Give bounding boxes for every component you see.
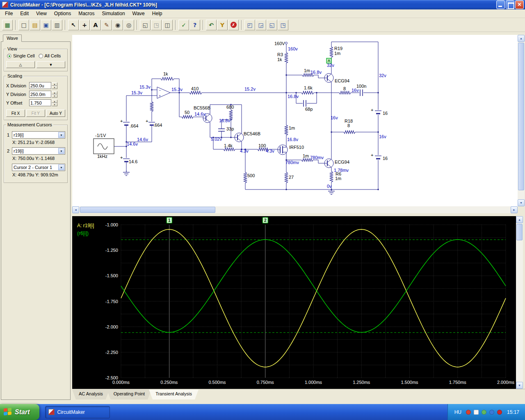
scroll-up-icon[interactable]: ▲ bbox=[518, 35, 525, 42]
wave-down-button[interactable]: ▼ bbox=[37, 61, 65, 68]
y-division-spin-up[interactable] bbox=[52, 91, 57, 94]
cursor2-dropdown-icon[interactable] bbox=[58, 148, 64, 154]
print-button[interactable]: ▥ bbox=[52, 20, 62, 30]
y-division-input[interactable] bbox=[29, 91, 51, 98]
wire-tool-button[interactable]: ✎ bbox=[101, 20, 112, 30]
probe-y-button[interactable]: Y bbox=[217, 20, 228, 30]
tray-icon-2[interactable] bbox=[474, 410, 479, 415]
cursor-diff-dropdown-icon[interactable] bbox=[58, 164, 64, 170]
transistor-symbol[interactable] bbox=[324, 73, 333, 82]
pan-sheet-button[interactable]: ◳ bbox=[151, 20, 162, 30]
select-tool-button[interactable]: ↖ bbox=[68, 20, 79, 30]
mosfet-symbol[interactable] bbox=[278, 145, 288, 155]
text-tool-button[interactable]: A bbox=[90, 20, 101, 30]
stop-simulation-button[interactable]: ✗ bbox=[228, 20, 239, 30]
zoom-tool-button[interactable]: ◎ bbox=[123, 20, 134, 30]
y-division-spin-down[interactable] bbox=[52, 94, 57, 98]
fit-x-button[interactable]: Fit X bbox=[6, 110, 25, 117]
window-layout-2-button[interactable]: ◲ bbox=[256, 20, 266, 30]
resistor-symbol[interactable] bbox=[189, 91, 202, 94]
x-division-spin-up[interactable] bbox=[52, 82, 57, 86]
scroll-left-icon[interactable]: ◄ bbox=[72, 206, 79, 213]
language-indicator[interactable]: HU bbox=[453, 409, 463, 415]
help-button[interactable]: ? bbox=[189, 20, 200, 30]
split-view-button[interactable]: ◫ bbox=[162, 20, 173, 30]
opamp-symbol[interactable]: −+ bbox=[157, 87, 170, 98]
tab-operating-point[interactable]: Operating Point bbox=[107, 390, 151, 399]
all-cells-radio[interactable] bbox=[39, 54, 43, 58]
add-part-button[interactable]: + bbox=[79, 20, 90, 30]
wave-scroll-up-icon[interactable]: ▲ bbox=[516, 216, 523, 223]
minimize-button[interactable] bbox=[496, 0, 505, 9]
resistor-symbol[interactable] bbox=[339, 91, 351, 94]
window-layout-4-button[interactable]: ◳ bbox=[278, 20, 288, 30]
scroll-right-icon[interactable]: ► bbox=[511, 206, 518, 213]
horizontal-scroll-thumb[interactable] bbox=[80, 207, 215, 213]
window-layout-3-button[interactable]: ◱ bbox=[267, 20, 277, 30]
maximize-button[interactable] bbox=[506, 0, 514, 9]
cursor-diff-select[interactable]: Cursor 2 - Cursor 1 bbox=[12, 164, 65, 171]
menu-options[interactable]: Options bbox=[50, 10, 75, 17]
wave-scroll-down-icon[interactable]: ▼ bbox=[516, 382, 523, 389]
schematic-canvas[interactable]: −+A160V160vR31kR191m32v32v1m16.8vECG941k… bbox=[72, 35, 518, 206]
resistor-symbol[interactable] bbox=[330, 47, 333, 57]
wave-up-button[interactable]: △ bbox=[6, 61, 35, 68]
reset-simulation-button[interactable]: ↶ bbox=[206, 20, 217, 30]
close-button[interactable] bbox=[515, 0, 524, 9]
tray-icon-4[interactable] bbox=[489, 410, 494, 415]
tray-icon-1[interactable] bbox=[466, 410, 471, 415]
scroll-down-icon[interactable]: ▼ bbox=[518, 199, 525, 206]
tab-ac-analysis[interactable]: AC Analysis bbox=[72, 390, 110, 399]
transistor-symbol[interactable] bbox=[235, 133, 244, 142]
tray-icon-3[interactable] bbox=[482, 410, 486, 415]
y-offset-spin-up[interactable] bbox=[52, 100, 57, 103]
signal-source-symbol[interactable] bbox=[94, 139, 114, 154]
window-layout-1-button[interactable]: ◰ bbox=[244, 20, 255, 30]
schematic-vertical-scrollbar[interactable]: ▲ ▼ bbox=[518, 35, 525, 206]
cursor1-dropdown-icon[interactable] bbox=[58, 132, 64, 138]
x-division-spin-down[interactable] bbox=[52, 86, 57, 89]
x-division-input[interactable] bbox=[29, 82, 51, 89]
new-file-button[interactable]: □ bbox=[18, 20, 29, 30]
cursor2-signal-select[interactable]: r19[i] bbox=[12, 147, 65, 155]
resistor-symbol[interactable] bbox=[182, 116, 193, 119]
probe-tool-button[interactable]: ◉ bbox=[112, 20, 123, 30]
menu-wave[interactable]: Wave bbox=[129, 10, 148, 17]
cursor1-signal-select[interactable]: r19[i] bbox=[12, 131, 65, 139]
start-button[interactable]: Start bbox=[0, 404, 39, 420]
resistor-symbol[interactable] bbox=[285, 125, 288, 135]
menu-view[interactable]: View bbox=[32, 10, 50, 17]
wave-scroll-thumb[interactable] bbox=[516, 224, 523, 240]
resistor-symbol[interactable] bbox=[330, 171, 333, 182]
y-offset-spin-down[interactable] bbox=[52, 103, 57, 106]
transistor-symbol[interactable] bbox=[324, 159, 333, 168]
resistor-symbol[interactable] bbox=[244, 172, 247, 183]
menu-macros[interactable]: Macros bbox=[75, 10, 98, 17]
resistor-symbol[interactable] bbox=[285, 172, 288, 183]
tab-transient-analysis[interactable]: Transient Analysis bbox=[149, 390, 199, 399]
resistor-symbol[interactable] bbox=[344, 131, 355, 134]
tray-icon-5[interactable] bbox=[497, 410, 502, 415]
menu-help[interactable]: Help bbox=[148, 10, 166, 17]
resistor-symbol[interactable] bbox=[301, 91, 314, 94]
vertical-scroll-thumb[interactable] bbox=[518, 43, 524, 190]
waveform-plot[interactable]: -1.000-1.250-1.500-1.750-2.000-2.250-2.5… bbox=[72, 216, 516, 389]
y-offset-input[interactable] bbox=[29, 99, 51, 106]
parts-browser-button[interactable]: ▦ bbox=[2, 20, 13, 30]
save-file-button[interactable]: ▣ bbox=[41, 20, 51, 30]
open-file-button[interactable]: ▤ bbox=[30, 20, 40, 30]
wave-panel-tab[interactable]: Wave bbox=[3, 34, 22, 42]
waveform-vertical-scrollbar[interactable]: ▲ ▼ bbox=[516, 216, 523, 389]
schematic-horizontal-scrollbar[interactable]: ◄ ► bbox=[72, 206, 518, 213]
menu-file[interactable]: File bbox=[1, 10, 16, 17]
taskbar-circuitmaker-button[interactable]: CircuitMaker bbox=[45, 406, 110, 418]
resistor-symbol[interactable] bbox=[285, 52, 288, 63]
zoom-window-button[interactable]: ◱ bbox=[140, 20, 151, 30]
resistor-symbol[interactable] bbox=[151, 102, 153, 112]
auto-y-button[interactable]: Auto Y bbox=[46, 110, 65, 117]
digital-analog-mode-button[interactable]: ✓ bbox=[178, 20, 189, 30]
menu-simulation[interactable]: Simulation bbox=[98, 10, 129, 17]
resistor-symbol[interactable] bbox=[161, 78, 174, 80]
menu-edit[interactable]: Edit bbox=[16, 10, 32, 17]
resistor-symbol[interactable] bbox=[224, 148, 235, 151]
